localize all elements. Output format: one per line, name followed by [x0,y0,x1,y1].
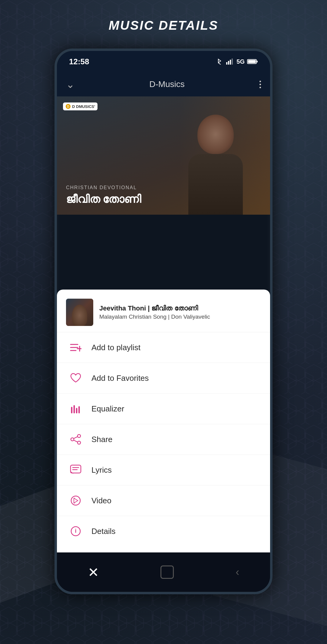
svg-rect-15 [74,405,75,413]
svg-rect-1 [228,61,229,65]
svg-text:D: D [67,105,69,108]
menu-button[interactable] [259,81,261,88]
svg-rect-3 [232,59,233,65]
lyrics-icon [69,463,82,477]
svg-point-20 [71,438,74,441]
logo-text: D DMUSICS' [72,104,95,109]
video-icon [69,494,82,507]
playlist-icon [69,341,82,354]
svg-text:i: i [75,528,76,534]
svg-point-19 [78,441,81,444]
svg-point-26 [71,496,80,505]
menu-item-details[interactable]: i Details [57,516,270,546]
info-icon: i [69,525,82,538]
details-label: Details [91,527,115,536]
share-icon [69,433,82,446]
thumbnail-text: CHRISTIAN DEVOTIONAL ജീവിത തോണി [66,185,141,206]
equalizer-icon [69,402,82,415]
sheet-song-details: Jeevitha Thoni | ജീവിത തോണി Malayalam Ch… [99,304,261,320]
app-logo: D D DMUSICS' [63,102,97,110]
sheet-song-subtitle: Malayalam Christian Song | Don Valiyavel… [99,314,261,320]
status-bar: 12:58 5G [57,51,270,72]
bottom-sheet: Jeevitha Thoni | ജീവിത തോണി Malayalam Ch… [57,290,270,552]
close-button[interactable]: ✕ [88,565,99,580]
svg-rect-16 [76,408,78,413]
page-title: MUSIC DETAILS [0,18,327,33]
signal-icon [226,59,234,65]
back-nav-button[interactable]: ‹ [236,566,239,579]
video-label: Video [91,496,111,505]
add-to-favorites-label: Add to Favorites [91,374,149,383]
sheet-song-info: Jeevitha Thoni | ജീവിത തോണി Malayalam Ch… [57,290,270,332]
svg-rect-5 [256,61,258,62]
lyrics-label: Lyrics [91,465,112,475]
svg-rect-2 [230,60,231,65]
home-button[interactable] [160,565,174,579]
status-icons: 5G [215,58,258,65]
app-header: ⌄ D-Musics [57,72,270,96]
svg-rect-14 [71,407,73,414]
svg-rect-23 [71,465,81,473]
svg-rect-0 [226,62,227,65]
svg-point-18 [78,434,81,438]
back-button[interactable]: ⌄ [66,78,74,90]
nav-bar: ✕ ‹ [57,552,270,592]
menu-item-add-to-playlist[interactable]: Add to playlist [57,332,270,363]
menu-item-add-to-favorites[interactable]: Add to Favorites [57,363,270,394]
status-time: 12:58 [69,57,89,66]
svg-line-21 [74,437,78,438]
svg-line-22 [74,440,78,442]
album-art [66,299,93,326]
svg-rect-6 [248,60,256,63]
add-to-playlist-label: Add to playlist [91,343,140,352]
menu-item-video[interactable]: Video [57,485,270,516]
menu-item-lyrics[interactable]: Lyrics [57,455,270,485]
equalizer-label: Equalizer [91,404,124,414]
share-label: Share [91,435,112,444]
sheet-song-title: Jeevitha Thoni | ജീവിത തോണി [99,304,261,312]
5g-indicator: 5G [236,58,245,65]
heart-icon [69,371,82,385]
music-category: CHRISTIAN DEVOTIONAL [66,185,141,190]
bluetooth-icon [215,59,223,65]
svg-rect-17 [78,406,80,414]
menu-item-share[interactable]: Share [57,424,270,455]
app-title: D-Musics [149,79,185,89]
battery-icon [247,59,258,65]
song-title-malayalam: ജീവിത തോണി [66,193,141,206]
music-thumbnail: D D DMUSICS' CHRISTIAN DEVOTIONAL ജീവിത … [57,96,270,215]
menu-item-equalizer[interactable]: Equalizer [57,394,270,424]
phone-frame: 12:58 5G ⌄ D-Musics [54,49,272,594]
